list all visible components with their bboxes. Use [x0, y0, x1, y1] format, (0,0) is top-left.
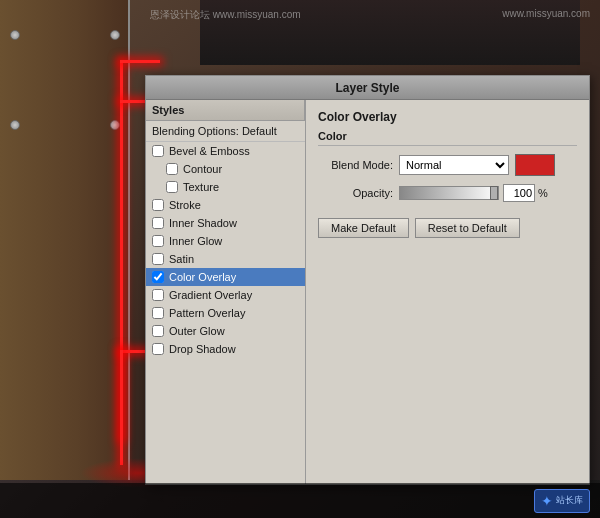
drop-shadow-checkbox[interactable] — [152, 343, 164, 355]
dialog-title-bar: Layer Style — [146, 76, 589, 100]
style-item-satin[interactable]: Satin — [146, 250, 305, 268]
percent-label: % — [538, 187, 548, 199]
styles-header[interactable]: Styles — [146, 100, 305, 121]
inner-shadow-label: Inner Shadow — [169, 217, 237, 229]
dialog-title: Layer Style — [335, 81, 399, 95]
logo-star-icon: ✦ — [541, 493, 553, 509]
style-item-inner-shadow[interactable]: Inner Shadow — [146, 214, 305, 232]
style-item-stroke[interactable]: Stroke — [146, 196, 305, 214]
logo-text: 站长库 — [556, 494, 583, 507]
pattern-overlay-label: Pattern Overlay — [169, 307, 245, 319]
texture-label: Texture — [183, 181, 219, 193]
style-item-outer-glow[interactable]: Outer Glow — [146, 322, 305, 340]
style-item-color-overlay[interactable]: Color Overlay — [146, 268, 305, 286]
make-default-button[interactable]: Make Default — [318, 218, 409, 238]
layer-style-dialog: Layer Style Styles Blending Options: Def… — [145, 75, 590, 485]
style-item-contour[interactable]: Contour — [146, 160, 305, 178]
buttons-row: Make Default Reset to Default — [318, 218, 577, 238]
reset-default-button[interactable]: Reset to Default — [415, 218, 520, 238]
blending-options-item[interactable]: Blending Options: Default — [146, 121, 305, 142]
style-item-drop-shadow[interactable]: Drop Shadow — [146, 340, 305, 358]
gradient-overlay-label: Gradient Overlay — [169, 289, 252, 301]
logo-badge: ✦ 站长库 — [534, 489, 590, 513]
styles-panel: Styles Blending Options: Default Bevel &… — [146, 100, 306, 484]
color-overlay-label: Color Overlay — [169, 271, 236, 283]
style-item-pattern-overlay[interactable]: Pattern Overlay — [146, 304, 305, 322]
blend-mode-select[interactable]: Normal Dissolve Multiply Screen Overlay — [399, 155, 509, 175]
watermark-left: 恩泽设计论坛 www.missyuan.com — [150, 8, 301, 22]
inner-glow-checkbox[interactable] — [152, 235, 164, 247]
style-item-texture[interactable]: Texture — [146, 178, 305, 196]
outer-glow-checkbox[interactable] — [152, 325, 164, 337]
gradient-overlay-checkbox[interactable] — [152, 289, 164, 301]
drop-shadow-label: Drop Shadow — [169, 343, 236, 355]
style-item-gradient-overlay[interactable]: Gradient Overlay — [146, 286, 305, 304]
section-title: Color Overlay — [318, 110, 577, 124]
opacity-row: Opacity: % — [318, 184, 577, 202]
color-overlay-checkbox[interactable] — [152, 271, 164, 283]
section-subtitle: Color — [318, 130, 577, 146]
satin-checkbox[interactable] — [152, 253, 164, 265]
blend-mode-row: Blend Mode: Normal Dissolve Multiply Scr… — [318, 154, 577, 176]
settings-panel: Color Overlay Color Blend Mode: Normal D… — [306, 100, 589, 484]
stroke-label: Stroke — [169, 199, 201, 211]
inner-shadow-checkbox[interactable] — [152, 217, 164, 229]
satin-label: Satin — [169, 253, 194, 265]
contour-label: Contour — [183, 163, 222, 175]
outer-glow-label: Outer Glow — [169, 325, 225, 337]
opacity-slider[interactable] — [399, 186, 499, 200]
style-item-inner-glow[interactable]: Inner Glow — [146, 232, 305, 250]
pattern-overlay-checkbox[interactable] — [152, 307, 164, 319]
watermark-right: www.missyuan.com — [502, 8, 590, 19]
inner-glow-label: Inner Glow — [169, 235, 222, 247]
blend-mode-label: Blend Mode: — [318, 159, 393, 171]
style-item-bevel[interactable]: Bevel & Emboss — [146, 142, 305, 160]
texture-checkbox[interactable] — [166, 181, 178, 193]
color-swatch[interactable] — [515, 154, 555, 176]
dialog-body: Styles Blending Options: Default Bevel &… — [146, 100, 589, 484]
opacity-label: Opacity: — [318, 187, 393, 199]
contour-checkbox[interactable] — [166, 163, 178, 175]
bevel-checkbox[interactable] — [152, 145, 164, 157]
stroke-checkbox[interactable] — [152, 199, 164, 211]
bevel-label: Bevel & Emboss — [169, 145, 250, 157]
opacity-value-input[interactable] — [503, 184, 535, 202]
bottom-bar: ✦ 站长库 — [0, 483, 600, 518]
